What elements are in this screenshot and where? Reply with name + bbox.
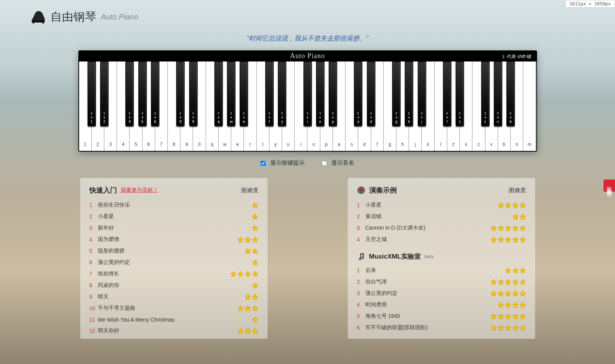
star-icon: [512, 236, 519, 243]
song-link[interactable]: 小星星: [365, 202, 498, 209]
song-row: 5海角七号 1945: [357, 311, 526, 322]
checkbox-show-notes[interactable]: [322, 161, 327, 166]
star-icon: [252, 236, 258, 243]
song-link[interactable]: 蒲公英的约定: [365, 290, 490, 297]
black-key[interactable]: ⇧+2: [100, 61, 109, 126]
black-key[interactable]: ⇧+8: [176, 61, 185, 126]
song-link[interactable]: 海角七号 1945: [365, 313, 490, 320]
black-key[interactable]: ⇧+l: [443, 61, 451, 126]
star-icon: [237, 236, 244, 243]
black-key[interactable]: ⇧+b: [506, 61, 515, 126]
difficulty-stars: [252, 282, 258, 289]
display-options: 显示按键提示 显示音名: [0, 159, 615, 167]
star-icon: [519, 290, 526, 297]
difficulty-stars: [237, 305, 258, 312]
song-index: 4: [357, 302, 365, 308]
black-key[interactable]: ⇧+h: [405, 61, 413, 126]
black-key[interactable]: ⇧+v: [494, 61, 502, 126]
checkbox-show-keys[interactable]: [261, 161, 266, 166]
song-row: 6牢不可破的联盟(苏联国歌): [357, 322, 526, 333]
black-key[interactable]: ⇧+1: [88, 61, 96, 126]
difficulty-header-left: 困难度: [241, 187, 258, 194]
song-link[interactable]: 后来: [365, 267, 505, 274]
song-row: 9晴天: [89, 291, 258, 303]
black-key[interactable]: ⇧+6: [151, 61, 159, 126]
black-key[interactable]: ⇧+9: [189, 61, 198, 126]
black-key[interactable]: ⇧+5: [138, 61, 147, 126]
dimensions-badge: 1611px × 1058px: [565, 0, 615, 8]
star-icon: [512, 214, 519, 220]
song-link[interactable]: 时间煮雨: [365, 301, 498, 308]
song-row: 3Cannon in D (D大调卡农): [357, 222, 526, 234]
record-icon: [357, 186, 365, 194]
star-icon: [512, 279, 519, 285]
song-link[interactable]: 因为爱情: [98, 236, 237, 243]
song-link[interactable]: 天空之城: [365, 236, 490, 243]
black-key[interactable]: ⇧+p: [329, 61, 337, 126]
song-row: 8同桌的你: [89, 280, 258, 291]
star-icon: [519, 202, 526, 209]
song-index: 11: [89, 317, 98, 323]
star-icon: [519, 313, 526, 320]
song-index: 2: [89, 214, 98, 220]
black-key[interactable]: ⇧+4: [125, 61, 134, 126]
black-key[interactable]: ⇧+g: [392, 61, 401, 126]
white-key[interactable]: m: [523, 61, 536, 151]
black-key[interactable]: ⇧+i: [303, 61, 312, 126]
black-key[interactable]: ⇧+c: [481, 61, 490, 126]
star-icon: [519, 302, 526, 308]
song-row: 7纸短情长: [89, 268, 258, 280]
black-key[interactable]: ⇧+w: [227, 61, 235, 126]
song-link[interactable]: 蒲公英的约定: [98, 259, 252, 266]
star-icon: [519, 279, 526, 285]
song-row: 2告白气球: [357, 276, 526, 288]
toggle-show-keys[interactable]: 显示按键提示: [261, 159, 306, 166]
shift-hint: ⇧ 代表 shift 键: [501, 53, 532, 60]
black-key[interactable]: ⇧+e: [240, 61, 248, 126]
song-link[interactable]: 明天你好: [98, 327, 237, 334]
star-icon: [498, 302, 504, 308]
star-icon: [252, 316, 258, 323]
song-link[interactable]: 晴天: [98, 293, 245, 300]
song-link[interactable]: We Wish You A Merry Christmas: [98, 317, 252, 323]
difficulty-stars: [490, 225, 526, 231]
star-icon: [252, 282, 258, 289]
black-key[interactable]: ⇧+y: [278, 61, 286, 126]
black-key[interactable]: ⇧+j: [418, 61, 426, 126]
black-key[interactable]: ⇧+o: [316, 61, 325, 126]
star-icon: [245, 328, 251, 334]
black-key[interactable]: ⇧+s: [354, 61, 362, 126]
song-list-tab[interactable]: 歌曲列表: [604, 180, 615, 192]
star-icon: [505, 302, 511, 308]
star-icon: [519, 267, 526, 274]
star-icon: [490, 313, 497, 320]
difficulty-stars: [252, 316, 258, 323]
song-link[interactable]: 小星星: [98, 213, 252, 220]
beta-label: beta: [425, 254, 433, 259]
difficulty-header-right: 困难度: [509, 187, 526, 194]
black-key[interactable]: ⇧+q: [214, 61, 223, 126]
star-icon: [490, 225, 497, 231]
song-link[interactable]: 祝你生日快乐: [98, 202, 252, 209]
black-key[interactable]: ⇧+z: [456, 61, 464, 126]
song-link[interactable]: 隐形的翅膀: [98, 248, 245, 254]
song-link[interactable]: Cannon in D (D大调卡农): [365, 225, 490, 231]
star-icon: [252, 271, 258, 277]
song-row: 3蒲公英的约定: [357, 288, 526, 299]
black-key[interactable]: ⇧+d: [367, 61, 375, 126]
song-link[interactable]: 新年好: [98, 225, 252, 231]
star-icon: [512, 325, 519, 331]
song-link[interactable]: 千与千寻主题曲: [98, 305, 237, 312]
song-link[interactable]: 同桌的你: [98, 282, 252, 289]
song-link[interactable]: 纸短情长: [98, 270, 230, 277]
toggle-show-notes[interactable]: 显示音名: [322, 159, 354, 166]
song-row: 11We Wish You A Merry Christmas: [89, 314, 258, 325]
song-link[interactable]: 牢不可破的联盟(苏联国歌): [365, 324, 490, 331]
song-index: 3: [89, 225, 98, 231]
black-key[interactable]: ⇧+t: [265, 61, 274, 126]
difficulty-stars: [245, 294, 258, 300]
star-icon: [245, 271, 251, 277]
song-link[interactable]: 告白气球: [365, 278, 490, 285]
song-link[interactable]: 童话镇: [365, 213, 512, 220]
contribute-link[interactable]: 我要参与贡献！: [121, 187, 158, 194]
